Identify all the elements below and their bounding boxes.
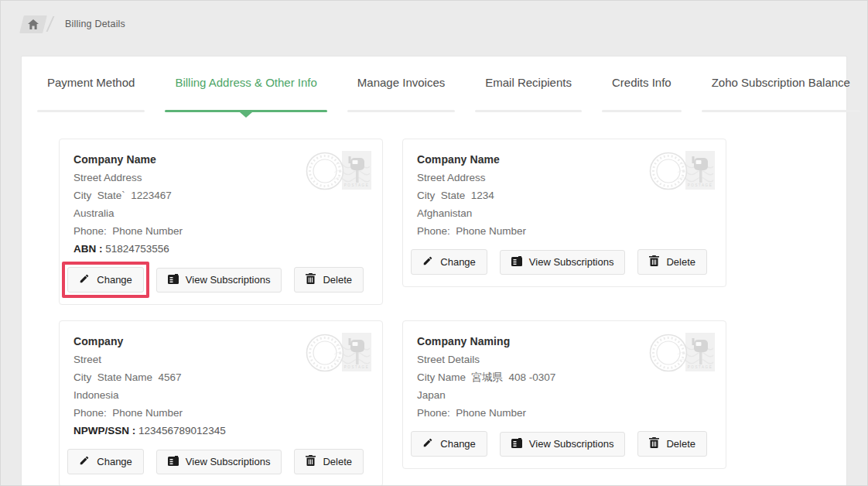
tab-bar: Payment Method Billing Address & Other I… bbox=[22, 56, 846, 112]
phone-line: Phone: Phone Number bbox=[417, 222, 707, 240]
phone-line: Phone: Phone Number bbox=[73, 222, 364, 240]
subscriptions-icon bbox=[511, 438, 522, 450]
country: Australia bbox=[73, 204, 364, 222]
delete-button[interactable]: Delete bbox=[637, 249, 707, 275]
country: Afghanistan bbox=[417, 204, 707, 222]
pencil-icon bbox=[79, 273, 90, 286]
card-actions: Change View Subscriptions Delete bbox=[73, 449, 364, 474]
tax-value: 123456789012345 bbox=[138, 425, 226, 436]
breadcrumb-separator bbox=[46, 16, 55, 32]
pencil-icon bbox=[422, 437, 433, 450]
delete-button[interactable]: Delete bbox=[294, 267, 364, 293]
billing-address-card-2: Company Name Street Address City State 1… bbox=[402, 139, 726, 287]
change-button[interactable]: Change bbox=[67, 267, 144, 293]
change-button[interactable]: Change bbox=[67, 449, 144, 474]
view-subscriptions-button[interactable]: View Subscriptions bbox=[500, 432, 626, 457]
billing-address-card-3: Company Street City State Name 4567 Indo… bbox=[59, 320, 383, 486]
tax-line: ABN : 51824753556 bbox=[73, 240, 364, 258]
tab-email-recipients[interactable]: Email Recipients bbox=[475, 76, 582, 112]
tax-line: NPWP/SSN : 123456789012345 bbox=[73, 422, 364, 440]
tab-manage-invoices[interactable]: Manage Invoices bbox=[347, 76, 455, 112]
home-icon bbox=[26, 19, 39, 29]
view-subscriptions-button[interactable]: View Subscriptions bbox=[156, 450, 282, 474]
postage-stamp-graphic: POSTAGE bbox=[648, 330, 716, 378]
view-subscriptions-button[interactable]: View Subscriptions bbox=[500, 250, 626, 275]
subscriptions-icon bbox=[168, 274, 179, 286]
billing-address-card-4: Company Naming Street Details City Name … bbox=[402, 320, 726, 469]
postage-stamp-graphic: POSTAGE bbox=[305, 330, 372, 378]
tab-payment-method[interactable]: Payment Method bbox=[37, 76, 145, 112]
phone-line: Phone: Phone Number bbox=[73, 404, 364, 422]
card-actions: Change View Subscriptions Delete bbox=[73, 267, 364, 293]
card-actions: Change View Subscriptions Delete bbox=[417, 249, 707, 275]
change-button-highlight: Change bbox=[62, 262, 149, 298]
country: Indonesia bbox=[73, 386, 364, 404]
breadcrumb-bar: Billing Details bbox=[0, 0, 868, 48]
trash-icon bbox=[649, 437, 659, 450]
subscriptions-icon bbox=[511, 256, 522, 269]
breadcrumb: Billing Details bbox=[65, 19, 125, 29]
trash-icon bbox=[649, 255, 659, 269]
pencil-icon bbox=[422, 255, 433, 269]
country: Japan bbox=[417, 386, 707, 404]
billing-address-cards: Company Name Street Address City State` … bbox=[22, 112, 846, 486]
change-button[interactable]: Change bbox=[411, 249, 487, 275]
svg-text:POSTAGE: POSTAGE bbox=[688, 183, 713, 187]
pencil-icon bbox=[79, 455, 90, 468]
billing-details-panel: Payment Method Billing Address & Other I… bbox=[21, 56, 847, 486]
delete-button[interactable]: Delete bbox=[294, 449, 364, 474]
delete-button[interactable]: Delete bbox=[637, 431, 707, 457]
card-actions: Change View Subscriptions Delete bbox=[417, 431, 707, 457]
view-subscriptions-button[interactable]: View Subscriptions bbox=[156, 268, 282, 293]
tab-zoho-subscription-balance[interactable]: Zoho Subscription Balance bbox=[702, 76, 860, 112]
svg-text:POSTAGE: POSTAGE bbox=[688, 365, 713, 369]
billing-address-card-1: Company Name Street Address City State` … bbox=[59, 139, 383, 305]
trash-icon bbox=[306, 273, 316, 286]
trash-icon bbox=[306, 455, 316, 468]
svg-text:POSTAGE: POSTAGE bbox=[344, 183, 370, 187]
home-button[interactable] bbox=[19, 15, 47, 33]
postage-stamp-graphic: POSTAGE bbox=[305, 149, 372, 196]
tab-credits-info[interactable]: Credits Info bbox=[602, 76, 682, 112]
tax-value: 51824753556 bbox=[105, 243, 169, 255]
tax-label: NPWP/SSN : bbox=[73, 425, 135, 436]
svg-text:POSTAGE: POSTAGE bbox=[344, 365, 370, 369]
tax-label: ABN : bbox=[73, 243, 103, 255]
postage-stamp-graphic: POSTAGE bbox=[648, 149, 716, 196]
subscriptions-icon bbox=[168, 456, 179, 468]
tab-billing-address[interactable]: Billing Address & Other Info bbox=[165, 76, 326, 112]
phone-line: Phone: Phone Number bbox=[417, 404, 707, 422]
change-button[interactable]: Change bbox=[411, 431, 487, 457]
